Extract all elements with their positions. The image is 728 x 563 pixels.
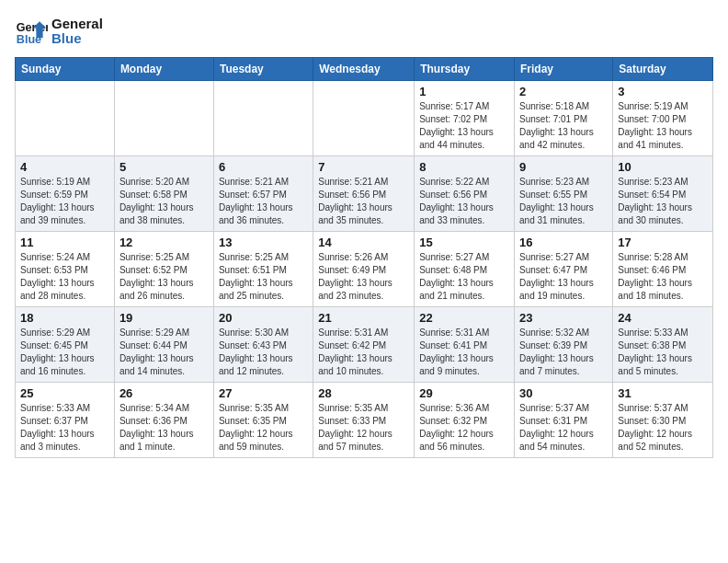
calendar-cell: 22Sunrise: 5:31 AM Sunset: 6:41 PM Dayli… bbox=[415, 307, 515, 383]
day-info: Sunrise: 5:17 AM Sunset: 7:02 PM Dayligh… bbox=[419, 100, 509, 152]
day-info: Sunrise: 5:27 AM Sunset: 6:47 PM Dayligh… bbox=[519, 251, 608, 303]
calendar-cell: 9Sunrise: 5:23 AM Sunset: 6:55 PM Daylig… bbox=[515, 156, 613, 232]
day-info: Sunrise: 5:33 AM Sunset: 6:37 PM Dayligh… bbox=[20, 402, 109, 454]
day-number: 9 bbox=[519, 160, 608, 174]
day-number: 13 bbox=[219, 236, 308, 249]
day-number: 28 bbox=[318, 386, 409, 400]
day-number: 17 bbox=[618, 236, 708, 249]
calendar-cell: 3Sunrise: 5:19 AM Sunset: 7:00 PM Daylig… bbox=[613, 81, 713, 156]
logo: General Blue General Blue bbox=[15, 15, 103, 48]
day-info: Sunrise: 5:25 AM Sunset: 6:51 PM Dayligh… bbox=[219, 251, 308, 303]
day-info: Sunrise: 5:21 AM Sunset: 6:57 PM Dayligh… bbox=[219, 176, 308, 227]
calendar-cell: 20Sunrise: 5:30 AM Sunset: 6:43 PM Dayli… bbox=[213, 307, 313, 383]
day-number: 26 bbox=[119, 386, 209, 400]
calendar-cell: 27Sunrise: 5:35 AM Sunset: 6:35 PM Dayli… bbox=[213, 383, 313, 458]
calendar-cell bbox=[313, 81, 415, 156]
calendar-cell: 15Sunrise: 5:27 AM Sunset: 6:48 PM Dayli… bbox=[415, 232, 515, 307]
column-header-sunday: Sunday bbox=[16, 58, 115, 81]
day-info: Sunrise: 5:36 AM Sunset: 6:32 PM Dayligh… bbox=[419, 402, 509, 454]
calendar-cell: 10Sunrise: 5:23 AM Sunset: 6:54 PM Dayli… bbox=[613, 156, 713, 232]
calendar-header-row: SundayMondayTuesdayWednesdayThursdayFrid… bbox=[16, 58, 713, 81]
day-info: Sunrise: 5:28 AM Sunset: 6:46 PM Dayligh… bbox=[618, 251, 708, 303]
day-number: 2 bbox=[519, 85, 608, 98]
day-number: 1 bbox=[419, 85, 509, 98]
day-number: 4 bbox=[20, 160, 109, 174]
day-info: Sunrise: 5:26 AM Sunset: 6:49 PM Dayligh… bbox=[318, 251, 409, 303]
calendar-cell: 7Sunrise: 5:21 AM Sunset: 6:56 PM Daylig… bbox=[313, 156, 415, 232]
day-info: Sunrise: 5:32 AM Sunset: 6:39 PM Dayligh… bbox=[519, 327, 608, 378]
day-number: 6 bbox=[219, 160, 308, 174]
day-number: 29 bbox=[419, 386, 509, 400]
day-number: 14 bbox=[318, 236, 409, 249]
day-info: Sunrise: 5:35 AM Sunset: 6:33 PM Dayligh… bbox=[318, 402, 409, 454]
day-info: Sunrise: 5:19 AM Sunset: 7:00 PM Dayligh… bbox=[618, 100, 708, 152]
calendar-cell: 26Sunrise: 5:34 AM Sunset: 6:36 PM Dayli… bbox=[114, 383, 213, 458]
column-header-saturday: Saturday bbox=[613, 58, 713, 81]
calendar-cell: 5Sunrise: 5:20 AM Sunset: 6:58 PM Daylig… bbox=[114, 156, 213, 232]
day-number: 8 bbox=[419, 160, 509, 174]
day-info: Sunrise: 5:24 AM Sunset: 6:53 PM Dayligh… bbox=[20, 251, 109, 303]
calendar-cell: 6Sunrise: 5:21 AM Sunset: 6:57 PM Daylig… bbox=[213, 156, 313, 232]
column-header-monday: Monday bbox=[114, 58, 213, 81]
calendar-week-row: 11Sunrise: 5:24 AM Sunset: 6:53 PM Dayli… bbox=[16, 232, 713, 307]
day-info: Sunrise: 5:37 AM Sunset: 6:31 PM Dayligh… bbox=[519, 402, 608, 454]
day-info: Sunrise: 5:18 AM Sunset: 7:01 PM Dayligh… bbox=[519, 100, 608, 152]
day-info: Sunrise: 5:31 AM Sunset: 6:41 PM Dayligh… bbox=[419, 327, 509, 378]
day-info: Sunrise: 5:37 AM Sunset: 6:30 PM Dayligh… bbox=[618, 402, 708, 454]
calendar-cell: 11Sunrise: 5:24 AM Sunset: 6:53 PM Dayli… bbox=[16, 232, 115, 307]
day-number: 20 bbox=[219, 311, 308, 325]
calendar-cell: 21Sunrise: 5:31 AM Sunset: 6:42 PM Dayli… bbox=[313, 307, 415, 383]
logo-blue: Blue bbox=[51, 31, 103, 47]
day-number: 12 bbox=[119, 236, 209, 249]
page-header: General Blue General Blue bbox=[15, 15, 713, 48]
calendar-cell: 31Sunrise: 5:37 AM Sunset: 6:30 PM Dayli… bbox=[613, 383, 713, 458]
calendar-table: SundayMondayTuesdayWednesdayThursdayFrid… bbox=[15, 57, 713, 458]
calendar-cell bbox=[213, 81, 313, 156]
day-info: Sunrise: 5:33 AM Sunset: 6:38 PM Dayligh… bbox=[618, 327, 708, 378]
day-number: 11 bbox=[20, 236, 109, 249]
day-number: 5 bbox=[119, 160, 209, 174]
day-info: Sunrise: 5:19 AM Sunset: 6:59 PM Dayligh… bbox=[20, 176, 109, 227]
column-header-friday: Friday bbox=[515, 58, 613, 81]
day-number: 30 bbox=[519, 386, 608, 400]
day-number: 27 bbox=[219, 386, 308, 400]
day-info: Sunrise: 5:21 AM Sunset: 6:56 PM Dayligh… bbox=[318, 176, 409, 227]
day-number: 3 bbox=[618, 85, 708, 98]
day-number: 21 bbox=[318, 311, 409, 325]
calendar-cell: 16Sunrise: 5:27 AM Sunset: 6:47 PM Dayli… bbox=[515, 232, 613, 307]
day-info: Sunrise: 5:31 AM Sunset: 6:42 PM Dayligh… bbox=[318, 327, 409, 378]
calendar-cell: 19Sunrise: 5:29 AM Sunset: 6:44 PM Dayli… bbox=[114, 307, 213, 383]
column-header-tuesday: Tuesday bbox=[213, 58, 313, 81]
column-header-thursday: Thursday bbox=[415, 58, 515, 81]
day-number: 18 bbox=[20, 311, 109, 325]
day-info: Sunrise: 5:23 AM Sunset: 6:54 PM Dayligh… bbox=[618, 176, 708, 227]
calendar-cell: 2Sunrise: 5:18 AM Sunset: 7:01 PM Daylig… bbox=[515, 81, 613, 156]
calendar-cell: 1Sunrise: 5:17 AM Sunset: 7:02 PM Daylig… bbox=[415, 81, 515, 156]
day-number: 22 bbox=[419, 311, 509, 325]
day-info: Sunrise: 5:30 AM Sunset: 6:43 PM Dayligh… bbox=[219, 327, 308, 378]
day-number: 16 bbox=[519, 236, 608, 249]
calendar-cell: 14Sunrise: 5:26 AM Sunset: 6:49 PM Dayli… bbox=[313, 232, 415, 307]
calendar-cell: 4Sunrise: 5:19 AM Sunset: 6:59 PM Daylig… bbox=[16, 156, 115, 232]
day-number: 15 bbox=[419, 236, 509, 249]
calendar-week-row: 25Sunrise: 5:33 AM Sunset: 6:37 PM Dayli… bbox=[16, 383, 713, 458]
day-info: Sunrise: 5:29 AM Sunset: 6:45 PM Dayligh… bbox=[20, 327, 109, 378]
calendar-cell: 25Sunrise: 5:33 AM Sunset: 6:37 PM Dayli… bbox=[16, 383, 115, 458]
calendar-cell: 13Sunrise: 5:25 AM Sunset: 6:51 PM Dayli… bbox=[213, 232, 313, 307]
calendar-cell: 30Sunrise: 5:37 AM Sunset: 6:31 PM Dayli… bbox=[515, 383, 613, 458]
day-number: 7 bbox=[318, 160, 409, 174]
day-number: 10 bbox=[618, 160, 708, 174]
day-info: Sunrise: 5:23 AM Sunset: 6:55 PM Dayligh… bbox=[519, 176, 608, 227]
day-info: Sunrise: 5:29 AM Sunset: 6:44 PM Dayligh… bbox=[119, 327, 209, 378]
day-info: Sunrise: 5:25 AM Sunset: 6:52 PM Dayligh… bbox=[119, 251, 209, 303]
calendar-cell bbox=[16, 81, 115, 156]
calendar-cell: 12Sunrise: 5:25 AM Sunset: 6:52 PM Dayli… bbox=[114, 232, 213, 307]
day-info: Sunrise: 5:35 AM Sunset: 6:35 PM Dayligh… bbox=[219, 402, 308, 454]
day-number: 25 bbox=[20, 386, 109, 400]
calendar-week-row: 18Sunrise: 5:29 AM Sunset: 6:45 PM Dayli… bbox=[16, 307, 713, 383]
calendar-cell: 24Sunrise: 5:33 AM Sunset: 6:38 PM Dayli… bbox=[613, 307, 713, 383]
column-header-wednesday: Wednesday bbox=[313, 58, 415, 81]
logo-icon: General Blue bbox=[15, 15, 48, 48]
day-info: Sunrise: 5:27 AM Sunset: 6:48 PM Dayligh… bbox=[419, 251, 509, 303]
calendar-cell: 18Sunrise: 5:29 AM Sunset: 6:45 PM Dayli… bbox=[16, 307, 115, 383]
